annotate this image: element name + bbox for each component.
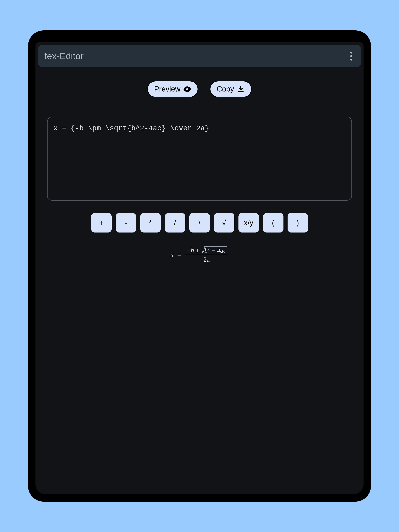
app-title: tex-Editor	[45, 51, 84, 61]
radicand-tail: − 4ac	[210, 247, 226, 254]
math-equals: =	[177, 251, 181, 259]
action-buttons: Preview Copy	[47, 81, 352, 97]
symbol-fraction-button[interactable]: x/y	[238, 213, 259, 233]
symbol-open-paren-button[interactable]: (	[263, 213, 283, 233]
tex-source-input[interactable]	[47, 117, 352, 201]
content-area: Preview Copy + - *	[35, 70, 364, 276]
symbol-plus-button[interactable]: +	[91, 213, 112, 233]
kebab-dot-icon	[350, 59, 352, 61]
sqrt-expression: √ b2 − 4ac	[201, 246, 227, 254]
radicand-exponent: 2	[207, 247, 210, 251]
kebab-dot-icon	[350, 55, 352, 57]
tablet-screen: tex-Editor Preview Copy	[35, 42, 364, 494]
plus-minus-sign: ±	[196, 247, 199, 254]
radicand: b2 − 4ac	[204, 246, 227, 254]
copy-button-label: Copy	[217, 85, 234, 93]
math-equation: x = −b ± √ b2 − 4ac	[171, 246, 229, 263]
radicand-b: b	[204, 247, 207, 254]
preview-render: x = −b ± √ b2 − 4ac	[47, 244, 352, 265]
symbol-slash-button[interactable]: /	[165, 213, 185, 233]
download-icon	[237, 85, 245, 93]
eye-icon	[183, 85, 191, 93]
svg-point-0	[186, 88, 188, 90]
app-bar: tex-Editor	[38, 45, 361, 67]
numerator-minus-b: −b	[186, 247, 194, 254]
svg-rect-1	[238, 91, 244, 92]
denominator-value: 2a	[203, 256, 210, 263]
symbol-close-paren-button[interactable]: )	[288, 213, 308, 233]
symbol-minus-button[interactable]: -	[116, 213, 136, 233]
symbol-asterisk-button[interactable]: *	[140, 213, 161, 233]
more-options-button[interactable]	[348, 49, 354, 63]
symbol-backslash-button[interactable]: \	[189, 213, 210, 233]
fraction-numerator: −b ± √ b2 − 4ac	[185, 246, 228, 255]
kebab-dot-icon	[350, 52, 352, 54]
math-lhs: x	[171, 251, 174, 259]
preview-button-label: Preview	[154, 85, 180, 93]
symbol-sqrt-button[interactable]: √	[214, 213, 234, 233]
copy-button[interactable]: Copy	[210, 81, 252, 97]
tablet-frame: tex-Editor Preview Copy	[28, 30, 371, 502]
fraction-denominator: 2a	[203, 255, 210, 263]
math-fraction: −b ± √ b2 − 4ac 2a	[185, 246, 228, 263]
symbol-toolbar: + - * / \ √ x/y ( )	[47, 213, 352, 233]
preview-button[interactable]: Preview	[147, 81, 198, 97]
